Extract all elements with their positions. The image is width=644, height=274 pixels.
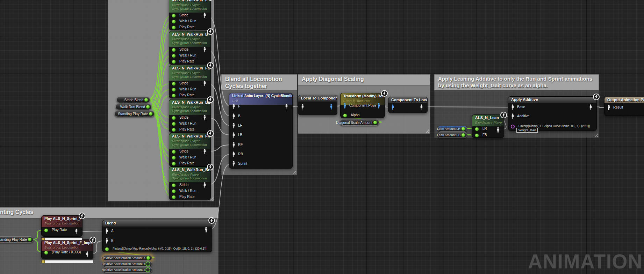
value-pin-icon[interactable] [172, 54, 176, 58]
value-pin-icon[interactable] [172, 25, 176, 30]
pose-pin-icon[interactable] [105, 238, 109, 245]
input-pin-lf[interactable]: LF [232, 124, 291, 128]
value-pin-icon[interactable] [172, 48, 176, 52]
output-pose-pin[interactable] [377, 104, 382, 109]
input-pin-play-rate[interactable]: Play Rate [172, 93, 209, 98]
node-als-n-walkrun-b[interactable]: ALS_N_WalkRun_BBlendspace PlayerSync gro… [169, 31, 211, 65]
pose-pin-icon[interactable] [232, 123, 236, 130]
pose-pin-icon[interactable] [232, 113, 236, 120]
output-pose-pin[interactable] [496, 128, 501, 133]
pose-pin-icon[interactable] [232, 104, 236, 111]
pose-pin-icon[interactable] [203, 182, 207, 189]
input-pin-walk-run[interactable]: Walk / Run [172, 53, 209, 58]
pose-pin-icon[interactable] [85, 251, 89, 258]
pose-pin-icon[interactable] [343, 103, 347, 110]
pose-pin-icon[interactable] [204, 227, 208, 234]
output-pose-pin[interactable] [204, 228, 209, 232]
value-pin-icon[interactable] [172, 150, 176, 154]
value-pin-icon[interactable] [44, 228, 48, 232]
input-pin-a[interactable]: A [105, 229, 210, 234]
pose-pin-icon[interactable] [420, 104, 423, 111]
input-pin-play-rate[interactable]: Play Rate [172, 25, 209, 30]
pill-output-pin[interactable] [144, 98, 148, 102]
value-pin-icon[interactable] [172, 20, 176, 24]
pose-pin-icon[interactable] [232, 161, 236, 168]
input-pin-rb[interactable]: RB [232, 152, 291, 157]
comment-resize-handle[interactable] [292, 170, 296, 174]
value-pin-icon[interactable] [172, 60, 176, 64]
value-pin-icon[interactable] [172, 128, 176, 132]
output-pose-pin[interactable] [203, 47, 208, 52]
output-pose-pin[interactable] [420, 105, 424, 110]
value-pin-icon[interactable] [475, 127, 479, 131]
pose-pin-icon[interactable] [203, 115, 207, 122]
node-als-n-walkrun-fl[interactable]: ALS_N_WalkRun_FLBlendspace PlayerSync gr… [169, 65, 211, 98]
output-pose-pin[interactable] [203, 183, 208, 188]
node-play-als-n-sprint-f[interactable]: Play ALS_N_Sprint_FSync group Locomotion… [41, 215, 83, 237]
input-pin-walk-run[interactable]: Walk / Run [172, 121, 209, 126]
pose-pin-icon[interactable] [203, 81, 207, 88]
pose-pin-icon[interactable] [496, 127, 500, 134]
node-apply-additive[interactable]: Apply AdditiveBaseAdditiveFInterp(Clamp(… [508, 96, 597, 131]
output-pose-pin[interactable] [589, 105, 594, 110]
blueprint-graph-canvas[interactable]: ANIMATION Blend all LocomotionCycles tog… [0, 0, 644, 274]
output-pose-pin[interactable] [203, 116, 208, 120]
variable-pill-lean-amount-lr[interactable]: Lean Amount LR [438, 126, 467, 132]
value-pin-icon[interactable] [105, 247, 109, 251]
comment-header-sprinting-cycles[interactable]: Sprinting Cycles [0, 207, 219, 218]
curve-name-field[interactable]: Weight_Gait [516, 128, 538, 133]
input-pin-play-rate[interactable]: Play Rate [172, 195, 209, 200]
value-pin-icon[interactable] [172, 94, 176, 98]
input-pin-walk-run[interactable]: Walk / Run [172, 189, 209, 194]
value-pin-icon[interactable] [172, 14, 176, 18]
node-als-n-walkrun-fr[interactable]: ALS_N_WalkRun_FRBlendspace PlayerSync gr… [169, 133, 211, 166]
pill-output-pin[interactable] [373, 120, 377, 125]
value-pin-icon[interactable] [172, 88, 176, 92]
pose-pin-icon[interactable] [203, 47, 207, 54]
pose-pin-icon[interactable] [105, 228, 109, 235]
variable-pill-standing-play-rate-bottom[interactable]: Standing Play Rate [0, 236, 34, 243]
value-pin-icon[interactable] [475, 133, 479, 138]
value-pin-icon[interactable] [172, 195, 176, 199]
node-als-n-walkrun-br[interactable]: ALS_N_WalkRun_BRBlendspace PlayerSync gr… [169, 166, 211, 200]
input-pin-lb[interactable]: LB [232, 133, 291, 138]
node-output-animation-pose[interactable]: Output Animation PoseResult [604, 97, 644, 116]
output-pose-pin[interactable] [329, 105, 334, 110]
input-pin-walk-run[interactable]: Walk / Run [172, 87, 209, 92]
pose-pin-icon[interactable] [511, 113, 515, 120]
input-pin-result[interactable]: Result [607, 105, 644, 110]
node-transform-modify-bone[interactable]: Transform (Modify) BoneBone: ik_foot_roo… [340, 93, 385, 118]
pill-output-pin[interactable] [149, 112, 153, 116]
input-pin-play-rate[interactable]: Play Rate [172, 161, 209, 166]
pill-output-pin[interactable] [145, 267, 150, 272]
output-pose-pin[interactable] [285, 104, 289, 109]
input-pin-walk-run[interactable]: Walk / Run [172, 19, 209, 24]
output-pose-pin[interactable] [85, 252, 90, 257]
input-pin-sprint[interactable]: Sprint [232, 162, 291, 166]
comment-resize-handle[interactable] [424, 128, 429, 133]
pose-pin-icon[interactable] [232, 132, 236, 139]
value-pin-icon[interactable] [172, 122, 176, 126]
node-play-als-n-sprint-f-impulse[interactable]: Play ALS_N_Sprint_F_ImpulseSync group Lo… [41, 239, 93, 259]
pose-pin-icon[interactable] [329, 104, 333, 111]
value-pin-icon[interactable] [44, 251, 48, 255]
pose-pin-icon[interactable] [232, 142, 236, 149]
variable-pill-diagonal-scale-amount[interactable]: Diagonal Scale Amount [340, 119, 379, 126]
input-pin-finterp-clamp-map-range-alpha-in-0-0-25-out-0-1-0-1-20-0-5-[interactable]: FInterp(Clamp(Map Range(Alpha, in(0: 0.2… [105, 247, 210, 252]
node-local-to-component[interactable]: Local To Component [298, 95, 337, 115]
pill-output-pin[interactable] [461, 133, 465, 137]
pill-output-pin[interactable] [146, 105, 150, 109]
pose-pin-icon[interactable] [232, 151, 236, 158]
node-component-to-local[interactable]: Component To Local [388, 97, 428, 113]
value-pin-icon[interactable] [172, 156, 176, 160]
input-pin-b[interactable]: B [105, 239, 210, 244]
node-als-n-walkrun-bl[interactable]: ALS_N_WalkRun_BLBlendspace PlayerSync gr… [169, 99, 211, 133]
input-pin-rf[interactable]: RF [232, 143, 291, 148]
pose-pin-icon[interactable] [203, 149, 207, 156]
input-pin-f[interactable]: F [232, 104, 291, 109]
pose-pin-icon[interactable] [377, 103, 381, 110]
value-pin-icon[interactable] [343, 113, 347, 118]
variable-pill-stride-blend[interactable]: Stride Blend [116, 97, 150, 103]
output-pose-pin[interactable] [74, 229, 79, 234]
comment-header-leaning-additive[interactable]: Apply Leaning Additive to only the Run a… [434, 74, 599, 90]
